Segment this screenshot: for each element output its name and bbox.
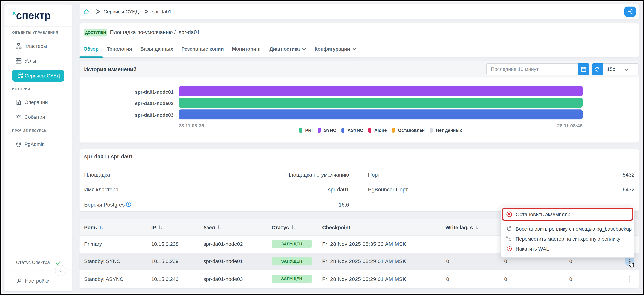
svg-text:S: S	[510, 239, 511, 242]
svg-text:M: M	[506, 236, 508, 238]
